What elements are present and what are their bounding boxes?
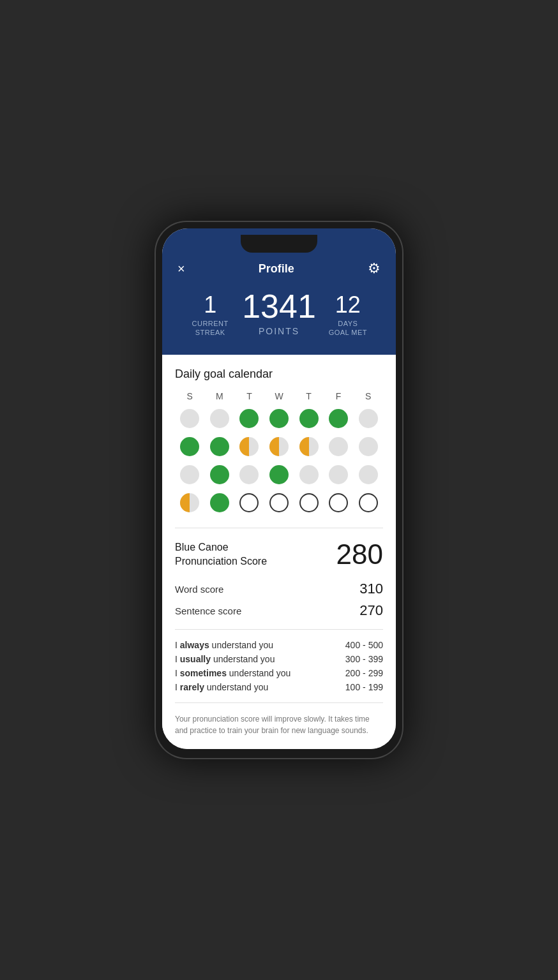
pronunciation-label: Blue Canoe Pronunciation Score — [175, 540, 267, 569]
sentence-score-value: 270 — [359, 602, 383, 619]
days-label: DAYSGOAL MET — [320, 319, 375, 338]
legend-row-rarely: I rarely understand you 100 - 199 — [175, 682, 383, 692]
points-label: POINTS — [238, 325, 320, 337]
cal-cell — [264, 434, 294, 459]
calendar-row-2 — [175, 434, 383, 459]
day-label-t2: T — [294, 391, 324, 401]
cal-cell — [234, 406, 264, 431]
cal-cell — [234, 463, 264, 487]
cal-cell — [264, 491, 294, 515]
score-legend: I always understand you 400 - 500 I usua… — [175, 640, 383, 692]
divider-2 — [175, 629, 383, 630]
legend-row-sometimes: I sometimes understand you 200 - 299 — [175, 668, 383, 678]
word-score-row: Word score 310 — [175, 581, 383, 597]
day-label-t1: T — [234, 391, 264, 401]
day-label-w: W — [264, 391, 294, 401]
cal-cell — [353, 434, 383, 459]
cal-cell — [205, 406, 235, 431]
calendar-row-4 — [175, 491, 383, 515]
cal-cell — [324, 406, 354, 431]
cal-cell — [205, 491, 235, 515]
word-score-value: 310 — [359, 581, 383, 597]
cal-cell — [175, 434, 205, 459]
day-label-s2: S — [353, 391, 383, 401]
legend-range-rarely: 100 - 199 — [345, 682, 383, 692]
cal-cell — [264, 463, 294, 487]
calendar-row-1 — [175, 406, 383, 431]
calendar-row-3 — [175, 463, 383, 487]
legend-range-always: 400 - 500 — [345, 640, 383, 650]
phone-frame: × Profile ⚙ 1 CURRENTSTREAK 1341 POINTS … — [155, 221, 403, 759]
day-label-m: M — [205, 391, 235, 401]
sentence-score-label: Sentence score — [175, 605, 241, 616]
cal-cell — [175, 491, 205, 515]
pronunciation-score-row: Blue Canoe Pronunciation Score 280 — [175, 538, 383, 570]
stats-row: 1 CURRENTSTREAK 1341 POINTS 12 DAYSGOAL … — [177, 290, 381, 337]
cal-cell — [294, 491, 324, 515]
cal-cell — [353, 491, 383, 515]
cal-cell — [353, 463, 383, 487]
divider-3 — [175, 702, 383, 703]
divider-1 — [175, 528, 383, 528]
cal-cell — [205, 463, 235, 487]
day-label-f: F — [324, 391, 354, 401]
calendar-title: Daily goal calendar — [175, 368, 383, 381]
cal-cell — [294, 434, 324, 459]
cal-cell — [324, 463, 354, 487]
days-stat: 12 DAYSGOAL MET — [320, 293, 375, 338]
sentence-score-row: Sentence score 270 — [175, 602, 383, 619]
streak-value: 1 — [183, 293, 238, 316]
header-top: × Profile ⚙ — [177, 260, 381, 277]
cal-cell — [234, 491, 264, 515]
legend-label-usually: I usually understand you — [175, 654, 275, 664]
legend-row-usually: I usually understand you 300 - 399 — [175, 654, 383, 664]
legend-range-sometimes: 200 - 299 — [345, 668, 383, 678]
cal-cell — [353, 406, 383, 431]
footnote: Your pronunciation score will improve sl… — [175, 713, 383, 736]
cal-cell — [175, 406, 205, 431]
daily-goal-calendar: Daily goal calendar S M T W T F S — [175, 368, 383, 515]
cal-cell — [175, 463, 205, 487]
legend-range-usually: 300 - 399 — [345, 654, 383, 664]
cal-cell — [205, 434, 235, 459]
close-button[interactable]: × — [177, 262, 185, 276]
notch — [241, 235, 317, 253]
word-score-label: Word score — [175, 584, 223, 595]
phone-screen: × Profile ⚙ 1 CURRENTSTREAK 1341 POINTS … — [162, 228, 396, 749]
page-title: Profile — [259, 262, 294, 276]
cal-cell — [294, 463, 324, 487]
pronunciation-score-value: 280 — [336, 538, 383, 570]
day-label-s1: S — [175, 391, 205, 401]
legend-label-always: I always understand you — [175, 640, 273, 650]
streak-stat: 1 CURRENTSTREAK — [183, 293, 238, 338]
legend-label-sometimes: I sometimes understand you — [175, 668, 290, 678]
cal-cell — [264, 406, 294, 431]
days-value: 12 — [320, 293, 375, 316]
settings-icon[interactable]: ⚙ — [368, 260, 381, 277]
cal-cell — [324, 434, 354, 459]
points-value: 1341 — [238, 290, 320, 323]
legend-row-always: I always understand you 400 - 500 — [175, 640, 383, 650]
cal-cell — [234, 434, 264, 459]
legend-label-rarely: I rarely understand you — [175, 682, 268, 692]
content: Daily goal calendar S M T W T F S — [162, 355, 396, 749]
cal-cell — [294, 406, 324, 431]
points-stat: 1341 POINTS — [238, 290, 320, 337]
calendar-header: S M T W T F S — [175, 391, 383, 401]
streak-label: CURRENTSTREAK — [183, 319, 238, 338]
cal-cell — [324, 491, 354, 515]
